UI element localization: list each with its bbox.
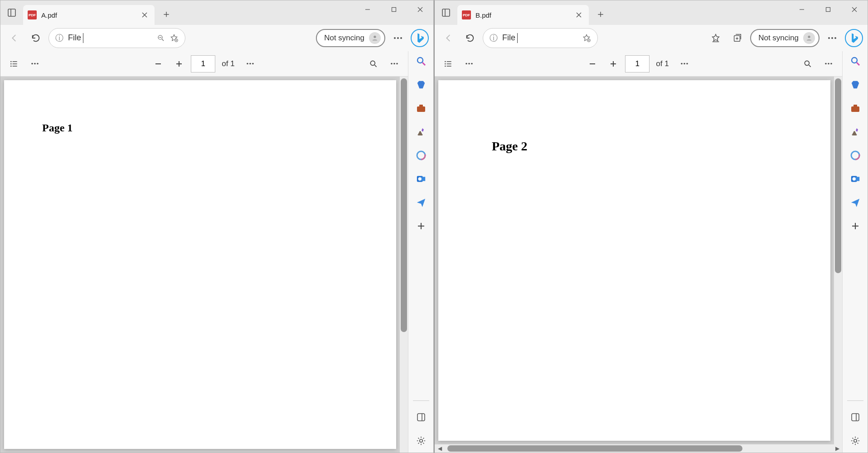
pdf-more-mid[interactable] bbox=[241, 55, 259, 73]
scroll-right-arrow[interactable]: ▶ bbox=[832, 445, 842, 452]
sync-label: Not syncing bbox=[324, 34, 364, 43]
close-window-button[interactable] bbox=[841, 0, 868, 19]
pdf-more-left[interactable] bbox=[460, 55, 478, 73]
sidebar-panel-toggle-icon[interactable] bbox=[414, 410, 428, 424]
bing-button[interactable] bbox=[845, 29, 863, 47]
pdf-more-right[interactable] bbox=[820, 55, 838, 73]
sidebar-games-icon[interactable] bbox=[414, 125, 428, 139]
zoom-in-button[interactable] bbox=[604, 55, 622, 73]
maximize-button[interactable] bbox=[815, 0, 841, 19]
sidebar-shopping-icon[interactable] bbox=[848, 77, 863, 92]
collections-button[interactable] bbox=[728, 29, 747, 47]
pdf-viewport[interactable]: Page 2 bbox=[435, 77, 842, 444]
new-tab-button[interactable]: ＋ bbox=[592, 5, 610, 23]
sidebar-add-button[interactable] bbox=[414, 219, 428, 233]
sidebar-add-button[interactable] bbox=[848, 219, 863, 233]
minimize-button[interactable] bbox=[354, 0, 381, 19]
minimize-button[interactable] bbox=[789, 0, 815, 19]
scrollbar-thumb[interactable] bbox=[401, 78, 407, 332]
tab-actions-button[interactable] bbox=[438, 5, 454, 20]
back-button[interactable] bbox=[439, 29, 457, 47]
sidebar-settings-icon[interactable] bbox=[848, 434, 863, 448]
page-canvas: Page 1 bbox=[0, 77, 400, 453]
sidebar-outlook-icon[interactable] bbox=[848, 172, 863, 186]
sidebar-send-icon[interactable] bbox=[414, 195, 428, 210]
zoom-icon[interactable] bbox=[157, 34, 165, 42]
sidebar-panel-toggle-icon[interactable] bbox=[848, 410, 863, 424]
sync-label: Not syncing bbox=[758, 34, 799, 43]
svg-point-35 bbox=[391, 63, 393, 65]
svg-point-77 bbox=[466, 63, 467, 65]
close-tab-button[interactable] bbox=[573, 10, 584, 20]
close-window-button[interactable] bbox=[407, 0, 433, 19]
pdf-more-right[interactable] bbox=[385, 55, 403, 73]
more-menu-button[interactable] bbox=[823, 29, 841, 47]
favorites-button[interactable] bbox=[707, 29, 725, 47]
more-menu-button[interactable] bbox=[389, 29, 407, 47]
svg-point-36 bbox=[393, 63, 395, 65]
favorite-star-icon[interactable] bbox=[170, 34, 179, 43]
sidebar-search-icon[interactable] bbox=[848, 54, 863, 68]
sidebar-outlook-icon[interactable] bbox=[414, 172, 428, 186]
pdf-more-mid[interactable] bbox=[675, 55, 693, 73]
sidebar-send-icon[interactable] bbox=[848, 195, 863, 210]
svg-point-24 bbox=[31, 63, 33, 65]
sidebar-games-icon[interactable] bbox=[848, 125, 863, 139]
pdf-toolbar: of 1 bbox=[0, 51, 408, 77]
work-area: of 1 Page 2 ◀ ▶ bbox=[435, 51, 868, 453]
profile-sync-chip[interactable]: Not syncing bbox=[316, 29, 385, 47]
svg-point-68 bbox=[828, 37, 830, 39]
address-bar[interactable]: ⓘ File bbox=[48, 28, 185, 48]
back-button[interactable] bbox=[5, 29, 23, 47]
svg-point-85 bbox=[686, 63, 688, 65]
sidebar-settings-icon[interactable] bbox=[414, 434, 428, 448]
new-tab-button[interactable]: ＋ bbox=[157, 5, 175, 23]
close-tab-button[interactable] bbox=[139, 10, 150, 20]
browser-tab[interactable]: PDF A.pdf bbox=[23, 5, 155, 25]
vertical-scrollbar[interactable] bbox=[834, 77, 842, 444]
contents-button[interactable] bbox=[439, 55, 457, 73]
sidebar-shopping-icon[interactable] bbox=[414, 77, 428, 92]
zoom-out-button[interactable] bbox=[583, 55, 601, 73]
refresh-button[interactable] bbox=[27, 29, 45, 47]
tab-actions-button[interactable] bbox=[4, 5, 19, 20]
svg-rect-49 bbox=[417, 414, 425, 421]
vertical-scrollbar[interactable] bbox=[400, 77, 408, 453]
refresh-button[interactable] bbox=[461, 29, 479, 47]
find-button[interactable] bbox=[799, 55, 817, 73]
svg-point-99 bbox=[852, 177, 855, 180]
site-info-icon[interactable]: ⓘ bbox=[490, 33, 498, 43]
pdf-more-left[interactable] bbox=[26, 55, 44, 73]
pdf-viewport[interactable]: Page 1 bbox=[0, 77, 408, 453]
sidebar-tools-icon[interactable] bbox=[848, 101, 863, 116]
svg-point-31 bbox=[249, 63, 251, 65]
favorite-star-icon[interactable] bbox=[582, 34, 591, 43]
page-number-input[interactable] bbox=[191, 55, 215, 72]
contents-button[interactable] bbox=[5, 55, 23, 73]
profile-sync-chip[interactable]: Not syncing bbox=[750, 29, 820, 47]
address-bar[interactable]: ⓘ File bbox=[483, 28, 598, 48]
svg-point-32 bbox=[252, 63, 254, 65]
zoom-out-button[interactable] bbox=[149, 55, 167, 73]
browser-tab[interactable]: PDF B.pdf bbox=[457, 5, 589, 25]
profile-avatar-icon bbox=[369, 32, 381, 44]
maximize-button[interactable] bbox=[381, 0, 407, 19]
svg-point-73 bbox=[445, 63, 446, 64]
edge-sidebar bbox=[842, 51, 868, 453]
address-text: File bbox=[502, 33, 577, 43]
bing-button[interactable] bbox=[411, 29, 429, 47]
svg-point-69 bbox=[831, 37, 833, 39]
find-button[interactable] bbox=[364, 55, 383, 73]
site-info-icon[interactable]: ⓘ bbox=[55, 33, 63, 43]
scroll-left-arrow[interactable]: ◀ bbox=[435, 445, 445, 452]
horizontal-scrollbar[interactable]: ◀ ▶ bbox=[435, 444, 842, 453]
page-number-input[interactable] bbox=[625, 55, 650, 72]
sidebar-m365-icon[interactable] bbox=[848, 148, 863, 163]
zoom-in-button[interactable] bbox=[170, 55, 188, 73]
sidebar-tools-icon[interactable] bbox=[414, 101, 428, 116]
scrollbar-thumb[interactable] bbox=[835, 78, 841, 273]
sidebar-search-icon[interactable] bbox=[414, 54, 428, 68]
scrollbar-thumb[interactable] bbox=[447, 445, 742, 452]
sidebar-m365-icon[interactable] bbox=[414, 148, 428, 163]
svg-rect-98 bbox=[855, 177, 859, 181]
